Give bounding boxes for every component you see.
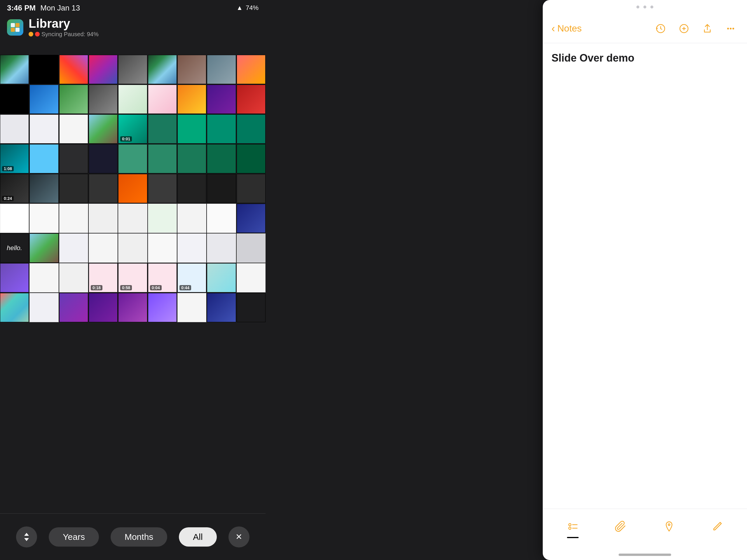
add-note-button[interactable] <box>676 21 692 36</box>
grid-item[interactable] <box>207 263 236 292</box>
grid-item[interactable]: 0:24 <box>0 174 29 203</box>
grid-item[interactable]: 0:18 <box>89 263 118 292</box>
grid-item[interactable] <box>118 144 147 173</box>
grid-item[interactable] <box>89 174 118 203</box>
back-button[interactable]: ‹ Notes <box>551 23 582 35</box>
grid-item[interactable] <box>237 204 265 233</box>
photo-grid[interactable]: 0:01 1:08 0:24 <box>0 16 265 513</box>
sort-button[interactable] <box>16 527 37 548</box>
grid-item[interactable] <box>148 204 177 233</box>
location-button[interactable] <box>660 517 678 536</box>
grid-item[interactable] <box>177 204 206 233</box>
grid-item[interactable] <box>29 174 58 203</box>
grid-item[interactable] <box>0 263 29 292</box>
grid-item[interactable] <box>29 204 58 233</box>
grid-item[interactable] <box>148 233 177 263</box>
grid-item[interactable] <box>148 144 177 173</box>
grid-item[interactable] <box>29 144 58 173</box>
months-button[interactable]: Months <box>110 527 167 546</box>
grid-item[interactable] <box>0 114 29 144</box>
more-button[interactable] <box>723 21 738 36</box>
grid-item[interactable] <box>118 174 147 203</box>
grid-item[interactable] <box>177 55 206 84</box>
grid-item[interactable] <box>59 174 88 203</box>
grid-item[interactable] <box>0 293 29 322</box>
grid-item[interactable] <box>207 293 236 322</box>
grid-item[interactable] <box>148 55 177 84</box>
grid-item[interactable] <box>89 204 118 233</box>
grid-item[interactable] <box>237 144 265 173</box>
notes-content[interactable]: Slide Over demo <box>543 43 747 509</box>
grid-item[interactable] <box>118 85 147 114</box>
grid-item[interactable] <box>177 174 206 203</box>
grid-item[interactable] <box>177 233 206 263</box>
attachment-button[interactable] <box>612 517 630 536</box>
svg-point-11 <box>569 527 571 529</box>
grid-item[interactable] <box>0 204 29 233</box>
grid-item[interactable]: 0:58 <box>118 263 147 292</box>
grid-item[interactable] <box>59 263 88 292</box>
grid-item[interactable] <box>29 233 58 263</box>
grid-item[interactable]: 0:01 <box>118 114 147 144</box>
grid-item[interactable] <box>177 85 206 114</box>
grid-item[interactable] <box>59 233 88 263</box>
grid-item[interactable] <box>59 55 88 84</box>
grid-item[interactable] <box>207 174 236 203</box>
notes-drag-handle[interactable] <box>543 0 747 14</box>
grid-item[interactable] <box>59 144 88 173</box>
grid-item[interactable] <box>177 293 206 322</box>
grid-item[interactable] <box>29 263 58 292</box>
grid-item[interactable]: 1:08 <box>0 144 29 173</box>
close-filter-button[interactable]: ✕ <box>229 527 250 548</box>
grid-item[interactable] <box>148 85 177 114</box>
grid-item[interactable] <box>118 233 147 263</box>
grid-item[interactable] <box>237 293 265 322</box>
grid-item[interactable] <box>207 204 236 233</box>
grid-item[interactable] <box>237 114 265 144</box>
grid-item[interactable] <box>237 85 265 114</box>
grid-item[interactable] <box>237 174 265 203</box>
grid-item[interactable] <box>207 85 236 114</box>
all-button[interactable]: All <box>179 527 216 546</box>
grid-item[interactable]: 0:04 <box>148 263 177 292</box>
svg-point-9 <box>569 524 571 526</box>
compose-button[interactable] <box>708 517 727 536</box>
grid-item[interactable] <box>29 114 58 144</box>
grid-item[interactable] <box>237 263 265 292</box>
share-button[interactable] <box>700 21 715 36</box>
years-button[interactable]: Years <box>49 527 99 546</box>
grid-item[interactable] <box>89 85 118 114</box>
grid-item[interactable] <box>207 55 236 84</box>
grid-item[interactable] <box>0 55 29 84</box>
grid-item[interactable] <box>148 114 177 144</box>
grid-item[interactable] <box>89 144 118 173</box>
grid-item[interactable] <box>29 55 58 84</box>
grid-item[interactable] <box>237 55 265 84</box>
grid-item[interactable] <box>207 114 236 144</box>
grid-item[interactable] <box>29 85 58 114</box>
grid-item[interactable]: 0:44 <box>177 263 206 292</box>
grid-item[interactable] <box>59 114 88 144</box>
grid-item[interactable]: hello. <box>0 233 29 263</box>
grid-item[interactable] <box>118 293 147 322</box>
grid-item[interactable] <box>177 144 206 173</box>
grid-item[interactable] <box>207 233 236 263</box>
grid-item[interactable] <box>118 204 147 233</box>
grid-item[interactable] <box>89 55 118 84</box>
grid-item[interactable] <box>89 114 118 144</box>
grid-item[interactable] <box>148 174 177 203</box>
grid-item[interactable] <box>177 114 206 144</box>
grid-item[interactable] <box>59 204 88 233</box>
grid-item[interactable] <box>59 85 88 114</box>
grid-item[interactable] <box>237 233 265 263</box>
grid-item[interactable] <box>89 233 118 263</box>
grid-item[interactable] <box>29 293 58 322</box>
history-button[interactable] <box>653 21 668 36</box>
grid-item[interactable] <box>89 293 118 322</box>
grid-item[interactable] <box>207 144 236 173</box>
grid-item[interactable] <box>59 293 88 322</box>
checklist-button[interactable] <box>564 517 582 536</box>
grid-item[interactable] <box>0 85 29 114</box>
grid-item[interactable] <box>148 293 177 322</box>
grid-item[interactable] <box>118 55 147 84</box>
